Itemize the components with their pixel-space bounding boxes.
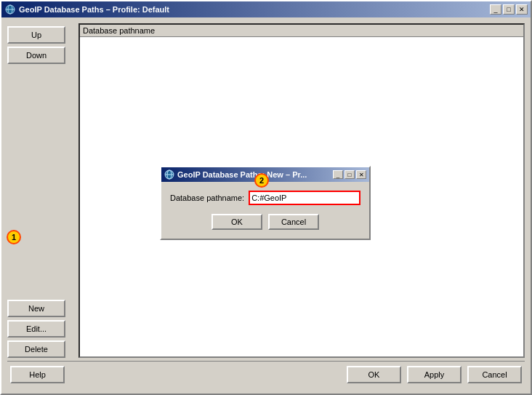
modal-maximize-button[interactable]: □ xyxy=(344,170,355,179)
modal-ok-button[interactable]: OK xyxy=(211,214,262,230)
title-bar-buttons: _ □ ✕ xyxy=(490,4,528,15)
bottom-left: Help xyxy=(10,366,65,383)
modal-close-button[interactable]: ✕ xyxy=(356,170,366,179)
close-button[interactable]: ✕ xyxy=(516,4,528,15)
modal-title-buttons: _ □ ✕ xyxy=(333,170,366,179)
sidebar: Up Down New Edit... Delete xyxy=(7,23,73,358)
app-icon xyxy=(4,4,16,15)
modal-cancel-button[interactable]: Cancel xyxy=(268,214,319,230)
pathname-input[interactable] xyxy=(249,191,360,205)
window-title: GeoIP Database Paths – Profile: Default xyxy=(19,5,490,14)
ok-button[interactable]: OK xyxy=(347,366,401,383)
modal-icon xyxy=(164,169,174,180)
apply-button[interactable]: Apply xyxy=(407,366,462,383)
up-down-group: Up Down xyxy=(7,26,73,64)
annotation-1: 1 xyxy=(7,230,21,244)
maximize-button[interactable]: □ xyxy=(503,4,515,15)
edit-delete-group: New Edit... Delete xyxy=(7,300,73,358)
modal-field-label: Database pathname: xyxy=(170,193,244,202)
minimize-button[interactable]: _ xyxy=(490,4,501,15)
bottom-right: OK Apply Cancel xyxy=(347,366,522,383)
modal-field-row: Database pathname: xyxy=(170,191,360,205)
cancel-button[interactable]: Cancel xyxy=(467,366,522,383)
modal-body: Database pathname: OK Cancel xyxy=(161,182,369,239)
down-button[interactable]: Down xyxy=(7,47,65,64)
bottom-bar: Help OK Apply Cancel xyxy=(7,361,525,388)
sidebar-spacer xyxy=(7,73,73,297)
delete-button[interactable]: Delete xyxy=(7,340,65,358)
help-button[interactable]: Help xyxy=(10,366,65,383)
edit-button[interactable]: Edit... xyxy=(7,320,65,338)
modal-minimize-button[interactable]: _ xyxy=(333,170,343,179)
title-bar: GeoIP Database Paths – Profile: Default … xyxy=(1,1,531,17)
modal-buttons: OK Cancel xyxy=(170,214,360,230)
up-button[interactable]: Up xyxy=(7,26,65,44)
annotation-2: 2 xyxy=(254,173,269,188)
new-button[interactable]: New xyxy=(7,300,65,317)
table-header: Database pathname xyxy=(80,25,523,37)
